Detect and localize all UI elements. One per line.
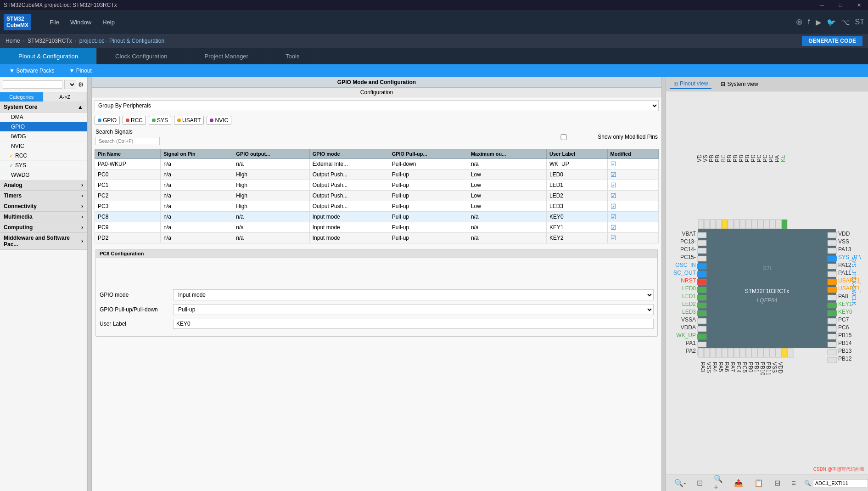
svg-text:PA11: PA11 [838,270,851,276]
search-signals-input[interactable] [95,137,160,145]
sidebar-section-analog[interactable]: Analog › [0,180,87,191]
breadcrumb-home[interactable]: Home [6,38,20,44]
sidebar-section-computing[interactable]: Computing › [0,222,87,233]
gpio-mode-select[interactable]: Input mode [173,289,654,300]
nvic-tab-label: NVIC [215,117,228,124]
svg-rect-96 [698,348,704,357]
menu-window[interactable]: Window [70,19,91,26]
gpio-mode-row: GPIO mode Input mode [100,289,654,300]
user-label-input[interactable] [173,319,654,329]
svg-rect-27 [770,220,775,229]
tab-project-manager[interactable]: Project Manager [186,48,267,64]
show-modified-checkbox[interactable] [532,134,596,140]
rcc-label: RCC [15,152,27,159]
svg-rect-108 [770,348,775,357]
sidebar-item-iwdg[interactable]: IWDG [0,132,87,141]
list-btn[interactable]: ≡ [789,478,798,488]
menu-help[interactable]: Help [102,19,115,26]
menu-file[interactable]: File [50,19,59,26]
youtube-icon: ▶ [816,18,821,27]
svg-text:PB6: PB6 [726,155,733,162]
svg-text:NRST: NRST [681,277,696,284]
rcc-dot [126,119,129,122]
fit-btn[interactable]: ⊡ [694,478,706,488]
table-row[interactable]: PA0-WKUPn/an/aExternal Inte...Pull-downn… [95,159,659,169]
table-row[interactable]: PC2n/aHighOutput Push...Pull-upLowLED2☑ [95,191,659,201]
table-row[interactable]: PC1n/aHighOutput Push...Pull-upLowLED1☑ [95,180,659,191]
sidebar-item-gpio[interactable]: GPIO [0,122,87,132]
sidebar-search-input[interactable] [3,80,62,89]
zoom-in-btn[interactable]: 🔍+ [711,474,726,491]
svg-text:PB12: PB12 [838,356,852,362]
sidebar-section-system-core[interactable]: System Core ▲ [0,102,87,113]
sidebar-item-nvic[interactable]: NVIC [0,141,87,151]
col-max[interactable]: Maximum ou... [468,149,546,159]
gpio-pullup-row: GPIO Pull-up/Pull-down Pull-up [100,304,654,315]
svg-rect-60 [697,342,706,347]
svg-text:VSS: VSS [771,362,778,373]
col-output[interactable]: GPIO output... [233,149,309,159]
table-row[interactable]: PC3n/aHighOutput Push...Pull-upLowLED3☑ [95,201,659,212]
iwdg-label: IWDG [11,133,26,140]
sidebar-item-rcc[interactable]: ✓ RCC [0,151,87,161]
col-modified[interactable]: Modified [607,149,658,159]
table-row[interactable]: PD2n/an/aInput modePull-upn/aKEY2☑ [95,233,659,243]
table-row[interactable]: PC8n/an/aInput modePull-upn/aKEY0☑ [95,212,659,222]
main-right-divider[interactable] [661,77,666,491]
col-label[interactable]: User Label [547,149,608,159]
filter-nvic[interactable]: NVIC [207,116,231,125]
sidebar-tab-categories[interactable]: Categories [0,92,44,102]
settings-icon[interactable]: ⚙ [78,81,84,88]
analog-chevron: › [81,182,83,188]
tab-pinout[interactable]: Pinout & Configuration [0,48,97,64]
sidebar-section-connectivity[interactable]: Connectivity › [0,201,87,212]
maximize-button[interactable]: □ [831,0,850,10]
filter-rcc[interactable]: RCC [123,116,146,125]
split-btn[interactable]: ⊟ [772,478,783,488]
sub-tab-pinout[interactable]: ▼ Pinout [66,66,95,76]
sidebar-section-middleware[interactable]: Middleware and Software Pac... › [0,233,87,250]
tab-system-view[interactable]: ⊟ System view [717,79,762,89]
sidebar-tab-az[interactable]: A->Z [44,92,87,102]
sidebar-item-dma[interactable]: DMA [0,113,87,122]
sidebar-item-sys[interactable]: ✓ SYS [0,161,87,170]
generate-code-button[interactable]: GENERATE CODE [802,36,862,46]
sub-tab-software-packs[interactable]: ▼ Software Packs [6,66,58,76]
minimize-button[interactable]: ─ [813,0,831,10]
nvic-dot [210,119,213,122]
breadcrumb-chip[interactable]: STM32F103RCTx [28,38,72,44]
col-signal[interactable]: Signal on Pin [161,149,233,159]
sidebar-item-wwdg[interactable]: WWDG [0,170,87,180]
toolbar-search-input[interactable] [813,479,868,487]
copy-btn[interactable]: 📋 [751,478,766,488]
main-tabs: Pinout & Configuration Clock Configurati… [0,48,868,64]
svg-rect-103 [740,348,745,357]
tab-pinout-view[interactable]: ⊞ Pinout view [670,79,711,89]
table-row[interactable]: PC0n/aHighOutput Push...Pull-upLowLED0☑ [95,169,659,180]
close-button[interactable]: ✕ [850,0,868,10]
filter-usart[interactable]: USART [174,116,204,125]
col-pin-name[interactable]: Pin Name [95,149,161,159]
sidebar-section-timers[interactable]: Timers › [0,191,87,201]
tab-clock[interactable]: Clock Configuration [97,48,186,64]
sidebar-section-multimedia[interactable]: Multimedia › [0,212,87,222]
export-btn[interactable]: 📤 [731,478,746,488]
zoom-out-btn[interactable]: 🔍- [672,478,689,488]
gpio-pullup-select[interactable]: Pull-up [173,304,654,315]
svg-rect-84 [828,271,837,277]
bottom-toolbar: 🔍- ⊡ 🔍+ 📤 📋 ⊟ ≡ 🔍 ADC1_EXTI11 [666,474,868,491]
search-signals-label: Search Signals [95,129,160,145]
sidebar-divider[interactable] [87,77,92,491]
svg-text:RCC_OSC_IN: RCC_OSC_IN [673,262,696,268]
svg-rect-48 [697,248,706,254]
table-row[interactable]: PC9n/an/aInput modePull-upn/aKEY1☑ [95,222,659,233]
filter-gpio[interactable]: GPIO [95,116,120,125]
svg-text:PB0: PB0 [747,362,754,372]
svg-rect-49 [697,256,706,261]
group-by-select[interactable]: Group By Peripherals [95,100,659,111]
tab-tools[interactable]: Tools [267,48,318,64]
col-mode[interactable]: GPIO mode [309,149,389,159]
sidebar-search-dropdown[interactable] [64,80,76,89]
col-pullup[interactable]: GPIO Pull-up... [389,149,468,159]
filter-sys[interactable]: SYS [149,116,171,125]
